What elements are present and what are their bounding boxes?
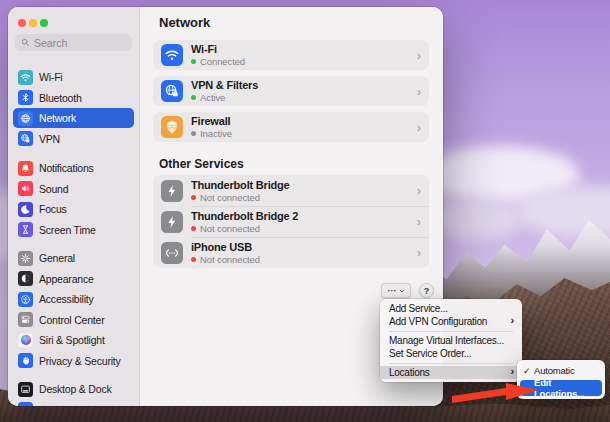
sidebar-item-bluetooth[interactable]: Bluetooth [13, 88, 134, 108]
sidebar-item-sound[interactable]: Sound [13, 179, 134, 199]
service-row-iphone-usb[interactable]: iPhone USB Not connected › [153, 237, 429, 268]
service-row-wifi[interactable]: Wi-Fi Connected › [153, 40, 429, 70]
chevron-down-icon [399, 288, 405, 294]
sidebar: Search Wi-Fi Bluetooth [8, 7, 140, 406]
sidebar-item-privacy-security[interactable]: Privacy & Security [13, 351, 134, 371]
iphone-usb-icon [161, 242, 183, 264]
moon-icon [18, 202, 33, 217]
chevron-right-icon: › [417, 84, 421, 99]
search-placeholder: Search [34, 37, 67, 49]
service-row-vpn-filters[interactable]: VPN & Filters Active › [153, 76, 429, 106]
thunderbolt-icon [161, 180, 183, 202]
window-close-button[interactable] [18, 19, 26, 27]
sidebar-item-appearance[interactable]: Appearance [13, 269, 134, 289]
context-menu: Add Service... Add VPN Configuration › M… [380, 299, 522, 382]
sidebar-item-label: General [39, 252, 75, 264]
submenu-arrow-icon: › [511, 314, 514, 326]
sidebar-item-vpn[interactable]: VPN [13, 129, 134, 149]
red-arrow-annotation [450, 375, 542, 411]
chevron-right-icon: › [417, 214, 421, 229]
chevron-right-icon: › [417, 245, 421, 260]
more-options-button[interactable]: ··· [381, 283, 411, 298]
sidebar-item-label: Wi-Fi [39, 71, 63, 83]
siri-icon [18, 333, 33, 348]
sidebar-item-label: Privacy & Security [39, 355, 121, 367]
menu-item-add-service[interactable]: Add Service... [380, 302, 522, 315]
service-status: Not connected [200, 254, 260, 265]
accessibility-icon [18, 292, 33, 307]
primary-services: Wi-Fi Connected › VPN & Filters [153, 40, 429, 148]
hourglass-icon [18, 222, 33, 237]
service-name: Thunderbolt Bridge 2 [191, 210, 413, 222]
sidebar-item-label: Appearance [39, 273, 94, 285]
status-dot [191, 257, 196, 262]
window-zoom-button[interactable] [40, 19, 48, 27]
service-status: Not connected [200, 223, 260, 234]
service-name: VPN & Filters [191, 79, 413, 91]
sidebar-item-displays[interactable]: Displays [13, 400, 134, 407]
menu-item-manage-virtual-interfaces[interactable]: Manage Virtual Interfaces... [380, 334, 522, 347]
sidebar-item-label: VPN [39, 133, 60, 145]
service-status: Inactive [200, 128, 232, 139]
vpn-globe-icon [18, 131, 33, 146]
thunderbolt-icon [161, 211, 183, 233]
sidebar-item-label: Network [39, 112, 76, 124]
help-button[interactable]: ? [419, 283, 434, 298]
service-row-firewall[interactable]: Firewall Inactive › [153, 112, 429, 142]
service-row-thunderbolt-bridge-2[interactable]: Thunderbolt Bridge 2 Not connected › [153, 206, 429, 237]
sidebar-nav: Wi-Fi Bluetooth Network [8, 67, 139, 406]
service-row-thunderbolt-bridge[interactable]: Thunderbolt Bridge Not connected › [153, 175, 429, 206]
vpn-globe-icon [161, 80, 183, 102]
bell-icon [18, 161, 33, 176]
sidebar-item-label: Focus [39, 203, 67, 215]
other-services-title: Other Services [159, 157, 244, 171]
search-icon [21, 38, 30, 47]
service-name: iPhone USB [191, 241, 413, 253]
status-dot [191, 59, 196, 64]
wifi-icon [18, 70, 33, 85]
sidebar-item-focus[interactable]: Focus [13, 199, 134, 219]
sidebar-item-label: Desktop & Dock [39, 383, 111, 395]
chevron-right-icon: › [417, 48, 421, 63]
sidebar-item-desktop-dock[interactable]: Desktop & Dock [13, 379, 134, 399]
speaker-icon [18, 181, 33, 196]
sidebar-item-wifi[interactable]: Wi-Fi [13, 67, 134, 87]
sidebar-item-siri-spotlight[interactable]: Siri & Spotlight [13, 330, 134, 350]
window-minimize-button[interactable] [29, 19, 37, 27]
sidebar-item-control-center[interactable]: Control Center [13, 310, 134, 330]
hand-icon [18, 353, 33, 368]
search-input[interactable]: Search [15, 34, 132, 51]
page-title: Network [159, 15, 210, 30]
appearance-icon [18, 271, 33, 286]
sidebar-item-label: Notifications [39, 162, 94, 174]
sidebar-item-label: Bluetooth [39, 92, 82, 104]
checkmark-icon: ✓ [523, 366, 534, 376]
toggles-icon [18, 312, 33, 327]
sidebar-item-general[interactable]: General [13, 248, 134, 268]
bluetooth-icon [18, 90, 33, 105]
system-settings-window: Search Wi-Fi Bluetooth [8, 7, 443, 406]
sidebar-item-label: Accessibility [39, 293, 94, 305]
gear-icon [18, 251, 33, 266]
sidebar-item-label: Sound [39, 183, 68, 195]
sidebar-item-notifications[interactable]: Notifications [13, 158, 134, 178]
chevron-right-icon: › [417, 183, 421, 198]
sidebar-item-label: Control Center [39, 314, 104, 326]
menu-separator [389, 363, 513, 364]
sidebar-item-network[interactable]: Network [13, 108, 134, 128]
menu-item-set-service-order[interactable]: Set Service Order... [380, 347, 522, 360]
globe-icon [18, 111, 33, 126]
status-dot [191, 131, 196, 136]
menu-item-add-vpn-configuration[interactable]: Add VPN Configuration › [380, 315, 522, 328]
firewall-shield-icon [161, 116, 183, 138]
wifi-icon [161, 44, 183, 66]
status-dot [191, 226, 196, 231]
sidebar-item-screen-time[interactable]: Screen Time [13, 220, 134, 240]
chevron-right-icon: › [417, 120, 421, 135]
status-dot [191, 95, 196, 100]
sidebar-item-label: Screen Time [39, 224, 96, 236]
service-name: Thunderbolt Bridge [191, 179, 413, 191]
sidebar-item-accessibility[interactable]: Accessibility [13, 289, 134, 309]
desktop: Search Wi-Fi Bluetooth [0, 0, 610, 422]
status-dot [191, 195, 196, 200]
